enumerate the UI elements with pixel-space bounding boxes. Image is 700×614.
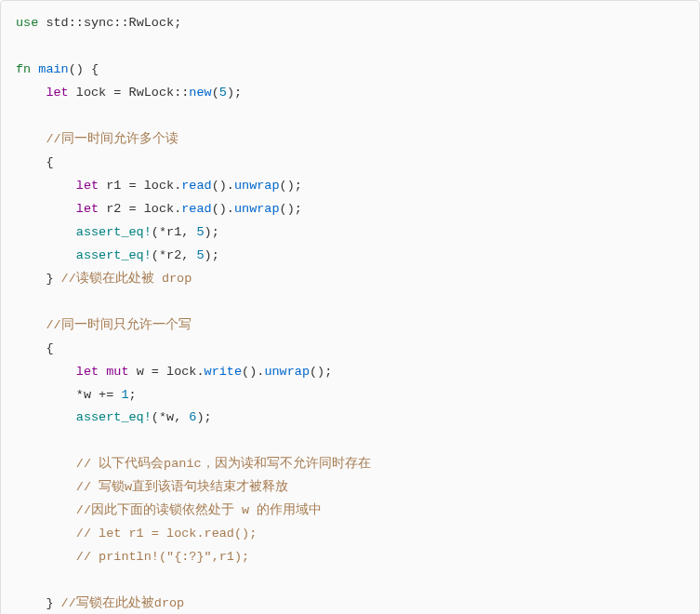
code-text: std::sync::RwLock; xyxy=(38,16,181,30)
comment: // 写锁w直到该语句块结束才被释放 xyxy=(16,480,288,494)
code-text: ( xyxy=(212,86,219,100)
code-text: w = lock. xyxy=(129,365,205,379)
code-text: { xyxy=(16,341,54,355)
code-text: (). xyxy=(242,365,264,379)
code-text: (); xyxy=(280,202,302,216)
code-text: ); xyxy=(205,248,219,262)
comment: // println!("{:?}",r1); xyxy=(16,550,249,564)
number-literal: 5 xyxy=(219,86,227,100)
method-name: unwrap xyxy=(234,202,280,216)
code-text: } xyxy=(16,272,61,286)
keyword-let: let xyxy=(16,86,69,100)
macro-name: assert_eq! xyxy=(16,248,152,262)
macro-name: assert_eq! xyxy=(16,225,152,239)
code-content: use std::sync::RwLock; fn main() { let l… xyxy=(16,12,684,614)
code-text: lock = RwLock:: xyxy=(69,86,190,100)
code-text: (); xyxy=(280,179,302,193)
keyword-fn: fn xyxy=(16,62,31,76)
comment: // 以下代码会panic，因为读和写不允许同时存在 xyxy=(16,457,371,471)
method-name: read xyxy=(181,202,211,216)
code-block: use std::sync::RwLock; fn main() { let l… xyxy=(0,0,700,614)
function-name: main xyxy=(31,62,69,76)
code-text: ); xyxy=(205,225,219,239)
keyword-let: let xyxy=(16,202,99,216)
code-text: (). xyxy=(212,179,234,193)
code-text: { xyxy=(16,155,54,169)
code-text: ); xyxy=(196,410,211,424)
code-text: r2 = lock. xyxy=(99,202,181,216)
method-name: new xyxy=(189,86,211,100)
comment: //因此下面的读锁依然处于 w 的作用域中 xyxy=(16,503,322,517)
keyword-mut: mut xyxy=(99,365,128,379)
number-literal: 5 xyxy=(196,225,204,239)
number-literal: 1 xyxy=(121,388,128,402)
comment: //读锁在此处被 drop xyxy=(61,272,192,286)
comment: // let r1 = lock.read(); xyxy=(16,527,257,541)
comment: //同一时间允许多个读 xyxy=(16,132,178,146)
code-text: r1 = lock. xyxy=(99,179,181,193)
code-text: (). xyxy=(212,202,234,216)
method-name: write xyxy=(205,365,243,379)
code-text: (*r2, xyxy=(152,248,197,262)
method-name: unwrap xyxy=(264,365,310,379)
comment: //写锁在此处被drop xyxy=(61,596,185,610)
keyword-use: use xyxy=(16,16,38,30)
keyword-let: let xyxy=(16,179,99,193)
code-text: ); xyxy=(227,86,242,100)
code-text: (); xyxy=(310,365,332,379)
number-literal: 5 xyxy=(196,248,204,262)
code-text: ; xyxy=(129,388,137,402)
code-text: } xyxy=(16,596,61,610)
code-text: (*r1, xyxy=(152,225,197,239)
code-text: (*w, xyxy=(152,410,190,424)
comment: //同一时间只允许一个写 xyxy=(16,318,192,332)
method-name: read xyxy=(181,179,211,193)
code-text: *w += xyxy=(16,388,121,402)
method-name: unwrap xyxy=(234,179,280,193)
code-text: () { xyxy=(69,62,99,76)
macro-name: assert_eq! xyxy=(16,410,152,424)
keyword-let: let xyxy=(16,365,99,379)
